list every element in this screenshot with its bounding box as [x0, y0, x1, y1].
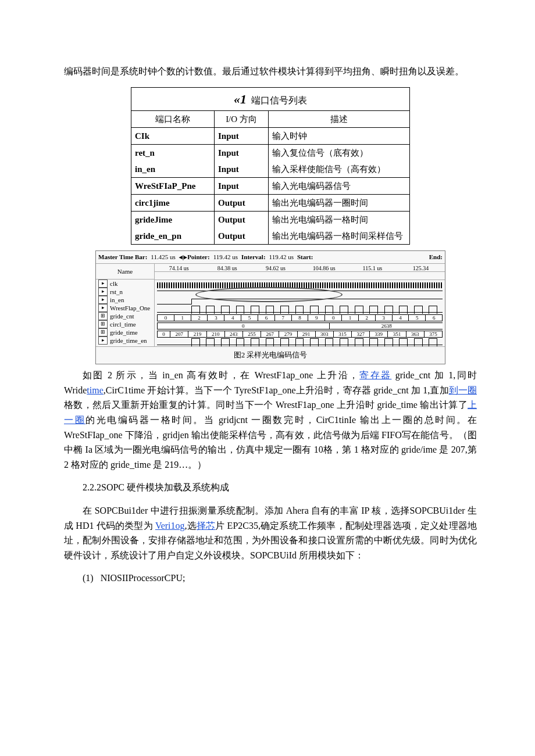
cell-dir: Input	[215, 177, 269, 194]
table-title-prefix: «1	[234, 92, 247, 106]
pin-icon: ▸	[98, 296, 108, 304]
cell-dir: Input	[215, 161, 269, 178]
waveform-area: 74.14 us 84.38 us 94.62 us 104.86 us 115…	[155, 264, 445, 346]
cell-dir: Output	[215, 228, 269, 245]
cell-desc: 输出光电编码器一格时间采样信号	[269, 228, 410, 245]
wave-wrestflap	[157, 306, 443, 314]
master-time-label: Master Time Bar:	[98, 252, 147, 263]
cell-dir: Output	[215, 211, 269, 228]
figure-toolbar: Master Time Bar: 11.425 us ◂|▸Pointer: 1…	[96, 251, 445, 264]
pin-icon: ⊞	[98, 328, 108, 336]
end-label: End:	[429, 252, 443, 263]
time-ruler-2	[155, 272, 445, 280]
name-header: Name	[96, 264, 154, 280]
cell-desc: 输入时钟	[269, 127, 410, 144]
bus-gride-time: 0207219210243255267279291303315327339351…	[157, 330, 443, 338]
time-ruler-1: 74.14 us 84.38 us 94.62 us 104.86 us 115…	[155, 264, 445, 272]
pin-icon: ▸	[98, 304, 108, 312]
link-chip[interactable]: 择芯	[197, 521, 215, 531]
cell-dir: Input	[215, 127, 269, 144]
wave-gride-time-en	[157, 338, 443, 346]
cell-desc: 输出光电编码器一格时间	[269, 211, 410, 228]
pin-icon: ▸	[98, 280, 108, 288]
cell-name: in_en	[131, 161, 215, 178]
signal-table: «1 端口信号列表 端口名称 I/O 方向 描述 CIk Input 输入时钟 …	[131, 87, 410, 245]
signal-name: ▸gride_time_en	[96, 336, 154, 345]
signal-name: ▸clk	[96, 280, 154, 288]
sopc-paragraph: 在 SOPCBui1der 中进行扭振测量系统配制。添加 Ahera 自有的丰富…	[64, 503, 477, 562]
cell-desc: 输入采样使能信号（高有效）	[269, 161, 410, 178]
pin-icon: ▸	[98, 336, 108, 345]
cell-name: WreStFIaP_Pne	[131, 177, 215, 194]
master-time-value: 11.425 us	[151, 252, 175, 263]
section-heading: 2.2.2SOPC 硬件模块加载及系统构成	[64, 480, 477, 495]
cell-name: circ1jime	[131, 194, 215, 211]
cell-name: CIk	[131, 127, 215, 144]
interval-label: Interval:	[241, 252, 266, 263]
list-item-1: (1) NIOSIIProcessorCPU;	[64, 571, 477, 586]
wave-inen	[157, 298, 443, 306]
link-register[interactable]: 寄存器	[359, 370, 391, 380]
cell-desc: 输入复位信号（底有效）	[269, 144, 410, 161]
pin-icon: ⊞	[98, 312, 108, 320]
start-label: Start:	[297, 252, 313, 263]
cell-dir: Output	[215, 194, 269, 211]
cell-desc: 输出光电编码器一圈时间	[269, 194, 410, 211]
cell-name: gride_en_pn	[131, 228, 215, 245]
cell-name: grideJime	[131, 211, 215, 228]
signal-name-column: Name ▸clk ▸rst_n ▸in_en ▸WrestFlap_One ⊞…	[96, 264, 155, 346]
link-one-circle[interactable]: 到一圈	[449, 385, 477, 395]
th-dir: I/O 方向	[215, 110, 269, 127]
pointer-value: 119.42 us	[213, 252, 238, 263]
wave-rstn	[157, 289, 443, 298]
pointer-label: ◂|▸Pointer:	[179, 252, 210, 263]
bus-gride-cnt: 01234567890123456	[157, 314, 443, 322]
figure-caption: 图2 采样光电编码信号	[96, 346, 445, 364]
cell-dir: Input	[215, 144, 269, 161]
table-title-text: 端口信号列表	[251, 95, 307, 105]
cell-name: ret_n	[131, 144, 215, 161]
signal-name: ▸rst_n	[96, 288, 154, 296]
th-name: 端口名称	[131, 110, 215, 127]
link-verilog[interactable]: Veri1og	[155, 521, 185, 531]
waveform-figure: Master Time Bar: 11.425 us ◂|▸Pointer: 1…	[95, 250, 445, 364]
bus-circl-time: 0 2638	[157, 322, 443, 330]
link-time[interactable]: time	[87, 385, 103, 395]
pin-icon: ⊞	[98, 320, 108, 328]
th-desc: 描述	[269, 110, 410, 127]
explanation-paragraph: 如图 2 所示，当 in_en 高有效时，在 WrestF1ap_one 上升沿…	[64, 368, 477, 472]
cell-desc: 输入光电编码器信号	[269, 177, 410, 194]
interval-value: 119.42 us	[269, 252, 294, 263]
pin-icon: ▸	[98, 288, 108, 296]
table-title-cell: «1 端口信号列表	[131, 87, 410, 110]
intro-paragraph: 编码器时间是系统时钟个数的计数值。最后通过软件模块计算得到平均扭角、瞬时扭角以及…	[64, 64, 477, 79]
wave-clk	[157, 281, 443, 289]
